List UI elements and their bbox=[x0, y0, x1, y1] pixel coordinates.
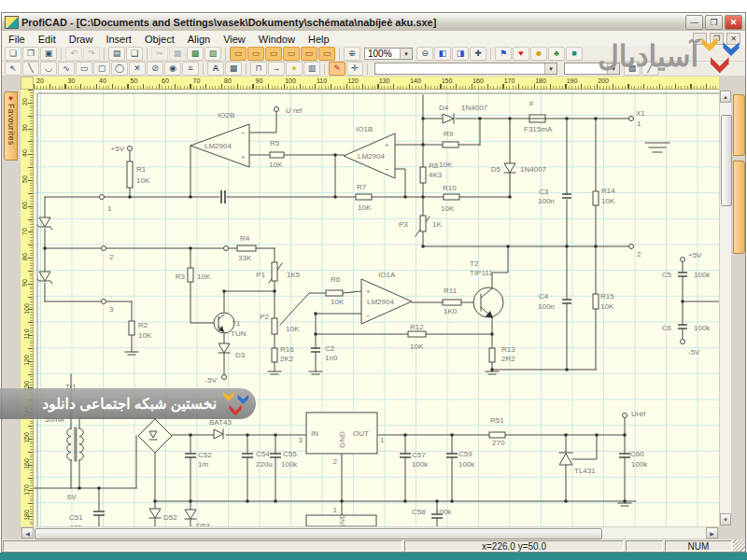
scroll-down-icon[interactable]: ▼ bbox=[720, 513, 731, 525]
zoom-level-combo[interactable]: 100%▾ bbox=[364, 48, 413, 60]
zoom-in-icon[interactable]: ⊕ bbox=[344, 47, 360, 61]
schematic-label: R5 bbox=[270, 139, 280, 147]
component-search-combo[interactable]: ▾ bbox=[374, 63, 557, 75]
line-tool-icon[interactable]: ╲ bbox=[22, 62, 39, 76]
favourites-tab[interactable]: ♥ Favourites bbox=[4, 91, 18, 161]
schematic-label: 1N4007 bbox=[461, 104, 488, 112]
scroll-left-icon[interactable]: ◀ bbox=[21, 527, 34, 539]
scroll-up-icon[interactable]: ▲ bbox=[720, 91, 731, 103]
tagline-text: نخستین شبکه اجتماعی دانلود bbox=[11, 396, 217, 413]
menu-edit[interactable]: Edit bbox=[32, 33, 63, 46]
schematic-label: 10K bbox=[286, 325, 300, 333]
align-right-icon[interactable]: ▭ bbox=[265, 47, 282, 61]
chevron-down-icon[interactable]: ▾ bbox=[400, 49, 412, 59]
print-preview-icon[interactable]: ▤ bbox=[108, 47, 125, 61]
menu-window[interactable]: Window bbox=[252, 33, 302, 46]
align-bottom-icon[interactable]: ▭ bbox=[318, 47, 335, 61]
schematic-canvas[interactable]: +5VR110K1IO2B−+LM2904U refR510KIO1B+−LM2… bbox=[34, 90, 719, 526]
close-button[interactable]: ✕ bbox=[725, 15, 742, 30]
ic-tool-icon[interactable]: ▥ bbox=[303, 62, 320, 76]
align-left-icon[interactable]: ▭ bbox=[230, 47, 247, 61]
menu-object[interactable]: Object bbox=[138, 33, 181, 46]
menu-draw[interactable]: Draw bbox=[63, 33, 100, 46]
v-ruler-number: 70 bbox=[21, 228, 28, 235]
v-ruler-number: 40 bbox=[21, 149, 28, 157]
schematic-label: C4 bbox=[539, 292, 549, 301]
insert-image-icon[interactable]: ▩ bbox=[187, 47, 204, 61]
rect-tool-icon[interactable]: ▭ bbox=[76, 62, 92, 76]
node-tool-icon[interactable]: ● bbox=[286, 62, 303, 76]
favourites-icon[interactable]: ♥ bbox=[513, 47, 529, 61]
proficad-window: ProfiCAD - [C:\Documents and Settings\va… bbox=[1, 12, 746, 553]
schematic-label: 10K bbox=[136, 176, 150, 185]
bottom-strip bbox=[0, 553, 747, 560]
symbols-icon[interactable]: ☻ bbox=[530, 47, 547, 61]
tile-horizontal-icon[interactable]: ◧ bbox=[434, 47, 451, 61]
ellipse-tool-icon[interactable]: ◯ bbox=[111, 62, 128, 76]
horizontal-ruler: 2030405060708090100110120130140150160170… bbox=[34, 77, 719, 90]
flag-icon[interactable]: ⚑ bbox=[495, 47, 512, 61]
schematic-label: R13 bbox=[501, 345, 515, 354]
restore-button[interactable]: ❐ bbox=[705, 15, 723, 30]
lines-tool-icon[interactable]: ≡ bbox=[182, 62, 199, 76]
schematic-label: − bbox=[241, 129, 246, 137]
arc-tool-icon[interactable]: ◡ bbox=[40, 62, 57, 76]
horizontal-scrollbar[interactable]: ◀ ▶ bbox=[21, 526, 719, 539]
schematic-label: C51 bbox=[69, 513, 83, 522]
resize-grip[interactable] bbox=[733, 539, 745, 552]
side-tab-1[interactable] bbox=[733, 94, 745, 156]
schematic-label: P2 bbox=[260, 313, 269, 321]
schematic-label: R6 bbox=[331, 275, 341, 284]
menu-view[interactable]: View bbox=[217, 33, 252, 46]
pan-tool-icon[interactable]: ✛ bbox=[346, 62, 363, 76]
schematic-label: 1K0 bbox=[444, 307, 458, 315]
print-icon[interactable]: ❑ bbox=[126, 47, 143, 61]
side-tab-2[interactable] bbox=[733, 161, 745, 254]
schematic-label: C57 bbox=[412, 451, 426, 459]
vertical-scrollbar[interactable]: ▲ ▼ bbox=[719, 90, 732, 526]
titlebar[interactable]: ProfiCAD - [C:\Documents and Settings\va… bbox=[2, 13, 745, 31]
circle-dot-tool-icon[interactable]: ◉ bbox=[164, 62, 181, 76]
minimize-button[interactable]: — bbox=[685, 15, 703, 30]
align-center-icon[interactable]: ▭ bbox=[247, 47, 264, 61]
h-ruler-number: 160 bbox=[472, 77, 484, 84]
schematic-label: U ref bbox=[286, 106, 303, 115]
arrow-tool-icon[interactable]: → bbox=[268, 62, 285, 76]
cursor-coordinates: x=226.0 y=50.0 bbox=[404, 540, 624, 552]
schematic-label: F bbox=[529, 100, 534, 108]
schematic-label: 1K bbox=[432, 220, 442, 229]
menu-insert[interactable]: Insert bbox=[99, 33, 138, 46]
table-tool-icon[interactable]: ▦ bbox=[225, 62, 242, 76]
insert-image2-icon[interactable]: ▨ bbox=[204, 47, 221, 61]
rounded-rect-tool-icon[interactable]: ▢ bbox=[93, 62, 110, 76]
vertical-scroll-thumb[interactable] bbox=[721, 115, 732, 206]
schematic-label: 10K bbox=[269, 161, 283, 169]
menu-align[interactable]: Align bbox=[181, 33, 217, 46]
text-tool-icon[interactable]: A bbox=[207, 62, 224, 76]
zoom-out-icon[interactable]: ⊖ bbox=[416, 47, 433, 61]
h-ruler-number: 110 bbox=[317, 77, 327, 84]
menu-help[interactable]: Help bbox=[302, 33, 336, 46]
favourites-label: Favourites bbox=[7, 104, 16, 146]
new-icon[interactable]: ❏ bbox=[5, 47, 21, 61]
settings-icon[interactable]: ✚ bbox=[470, 47, 486, 61]
schematic-label: LM2904 bbox=[367, 298, 394, 306]
horizontal-scroll-thumb[interactable] bbox=[35, 528, 602, 539]
align-middle-icon[interactable]: ▭ bbox=[301, 47, 317, 61]
circle-slash-tool-icon[interactable]: ⊘ bbox=[147, 62, 163, 76]
schematic-label: R4 bbox=[240, 234, 250, 243]
menu-file[interactable]: File bbox=[2, 33, 32, 46]
align-top-icon[interactable]: ▭ bbox=[283, 47, 300, 61]
h-ruler-number: 40 bbox=[99, 77, 106, 84]
cross-tool-icon[interactable]: ✕ bbox=[129, 62, 146, 76]
curve-tool-icon[interactable]: ∿ bbox=[58, 62, 75, 76]
h-ruler-number: 80 bbox=[224, 77, 232, 84]
gate-tool-icon[interactable]: ⊓ bbox=[250, 62, 267, 76]
tile-vertical-icon[interactable]: ◨ bbox=[452, 47, 469, 61]
select-tool-icon[interactable]: ↖ bbox=[5, 62, 21, 76]
save-icon[interactable]: ▣ bbox=[40, 47, 57, 61]
wire-tool-icon[interactable]: ✎ bbox=[329, 62, 345, 76]
scroll-right-icon[interactable]: ▶ bbox=[706, 527, 718, 539]
open-icon[interactable]: ❐ bbox=[22, 47, 39, 61]
app-icon bbox=[5, 16, 19, 29]
